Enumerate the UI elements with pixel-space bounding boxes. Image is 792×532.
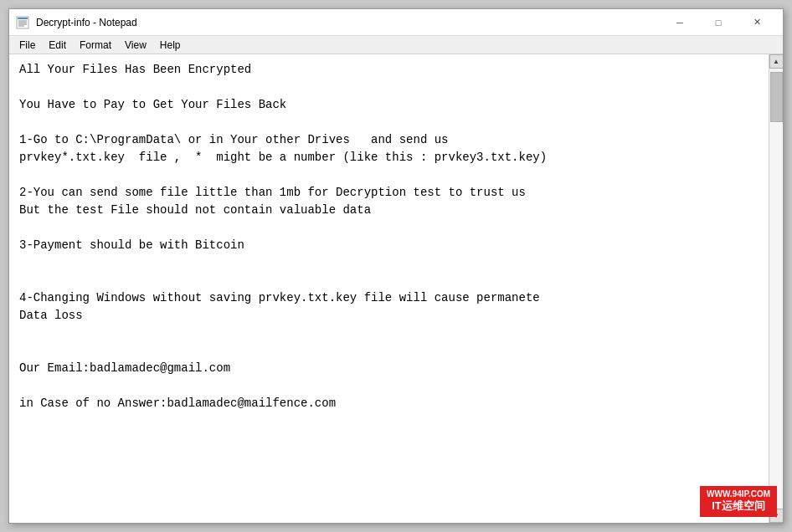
watermark-url: WWW.94IP.COM [707,489,770,499]
menu-help[interactable]: Help [153,38,188,53]
window-controls: ─ □ ✕ [661,9,776,36]
scroll-up-button[interactable]: ▲ [769,54,784,69]
menu-view[interactable]: View [118,38,153,53]
scroll-track[interactable] [769,69,783,509]
app-icon [16,16,29,29]
watermark-brand: IT运维空间 [707,499,770,514]
vertical-scrollbar: ▲ ▼ [769,54,783,523]
menu-format[interactable]: Format [73,38,118,53]
minimize-button[interactable]: ─ [661,9,699,36]
content-area: All Your Files Has Been Encrypted You Ha… [9,54,783,523]
close-button[interactable]: ✕ [738,9,776,36]
title-bar: Decrypt-info - Notepad ─ □ ✕ [9,9,783,36]
watermark: WWW.94IP.COM IT运维空间 [700,486,777,517]
scroll-thumb[interactable] [770,72,783,122]
maximize-button[interactable]: □ [699,9,738,36]
menu-bar: File Edit Format View Help [9,36,783,54]
notepad-window: Decrypt-info - Notepad ─ □ ✕ File Edit F… [8,8,784,524]
menu-file[interactable]: File [13,38,42,53]
menu-edit[interactable]: Edit [42,38,73,53]
window-title: Decrypt-info - Notepad [36,17,661,28]
text-editor[interactable]: All Your Files Has Been Encrypted You Ha… [9,54,769,523]
svg-rect-1 [18,18,28,19]
